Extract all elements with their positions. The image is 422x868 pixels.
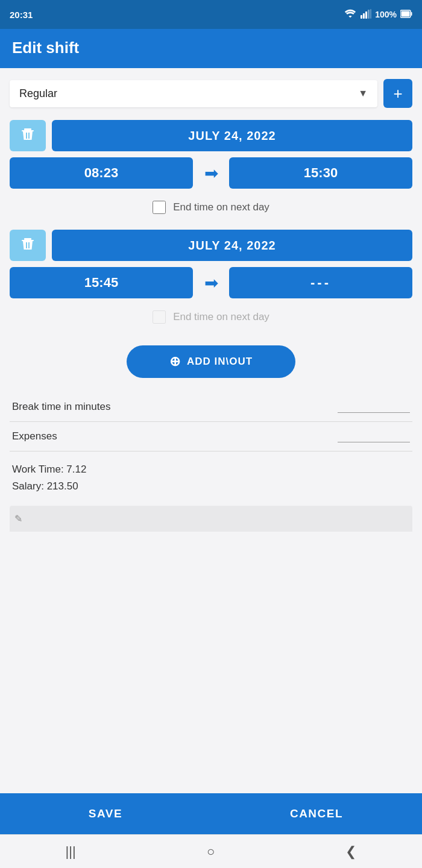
notes-placeholder: ✎ [14,514,22,524]
break-time-label: Break time in minutes [12,401,110,413]
time-row-2: 15:45 ➡ --- [10,267,412,298]
svg-rect-2 [365,11,367,19]
add-shift-type-button[interactable]: + [383,79,412,108]
date-row-1: JULY 24, 2022 [10,120,412,151]
svg-rect-3 [368,10,370,19]
plus-circle-icon: ⊕ [169,354,181,370]
break-time-row: Break time in minutes [10,392,412,422]
trash-icon-1 [20,126,36,145]
notes-section: ✎ [10,506,412,532]
date-row-2: JULY 24, 2022 [10,230,412,261]
end-time-label-1: 15:30 [304,165,338,181]
add-inout-button[interactable]: ⊕ ADD IN\OUT [127,345,295,378]
expenses-row: Expenses [10,422,412,451]
shift-block-2: JULY 24, 2022 15:45 ➡ --- End time on ne… [10,230,412,329]
nav-menu-icon[interactable]: ||| [66,844,76,860]
expenses-input[interactable] [338,431,410,442]
trash-icon-2 [20,236,36,255]
battery-percentage: 100% [375,10,397,19]
arrow-icon-2: ➡ [199,273,223,293]
nav-home-icon[interactable]: ○ [207,844,215,860]
end-time-button-2[interactable]: --- [229,267,412,298]
end-next-day-label-1: End time on next day [173,201,269,213]
date-label-1: JULY 24, 2022 [188,129,276,143]
end-time-button-1[interactable]: 15:30 [229,157,412,189]
status-bar: 20:31 100% [0,0,422,29]
end-time-label-2: --- [310,275,331,291]
delete-shift-1-button[interactable] [10,120,46,151]
nav-back-icon[interactable]: ❮ [345,844,356,860]
time-row-1: 08:23 ➡ 15:30 [10,157,412,189]
svg-rect-0 [361,15,362,19]
status-time: 20:31 [10,10,33,20]
end-next-day-row-2: End time on next day [10,306,412,329]
end-next-day-checkbox-2[interactable] [153,310,166,324]
start-time-button-2[interactable]: 15:45 [10,267,193,298]
delete-shift-2-button[interactable] [10,230,46,261]
start-time-label-1: 08:23 [84,165,118,181]
add-inout-container: ⊕ ADD IN\OUT [10,339,412,392]
svg-rect-1 [363,13,365,19]
end-next-day-row-1: End time on next day [10,196,412,219]
svg-rect-10 [24,238,31,240]
signal-icon [361,9,371,20]
shift-type-row: Regular ▼ + [10,79,412,108]
nav-bar: ||| ○ ❮ [0,834,422,868]
start-time-button-1[interactable]: 08:23 [10,157,193,189]
dropdown-arrow-icon: ▼ [358,88,368,99]
break-time-input[interactable] [338,401,410,413]
shift-block-1: JULY 24, 2022 08:23 ➡ 15:30 End time on … [10,120,412,219]
work-time-row: Work Time: 7.12 [12,461,410,478]
wifi-icon [344,9,357,20]
app-header: Edit shift [0,29,422,68]
add-inout-label: ADD IN\OUT [187,356,253,368]
shift-type-select[interactable]: Regular ▼ [10,80,377,107]
page-title: Edit shift [12,39,410,57]
cancel-button[interactable]: CANCEL [211,793,422,834]
save-button[interactable]: SAVE [0,793,211,834]
end-next-day-checkbox-1[interactable] [153,201,166,214]
svg-rect-4 [370,9,371,19]
expenses-label: Expenses [12,430,57,442]
svg-rect-9 [22,130,34,131]
status-icons: 100% [344,9,412,20]
date-button-1[interactable]: JULY 24, 2022 [52,120,412,151]
start-time-label-2: 15:45 [84,275,118,291]
svg-rect-11 [22,240,34,241]
salary-row: Salary: 213.50 [12,478,410,495]
bottom-buttons: SAVE CANCEL [0,793,422,834]
main-content: Regular ▼ + JULY 24, 2022 08:2 [0,68,422,793]
date-label-2: JULY 24, 2022 [188,239,276,253]
end-next-day-label-2: End time on next day [173,311,269,323]
arrow-icon-1: ➡ [199,163,223,183]
shift-type-label: Regular [19,87,57,100]
svg-rect-7 [402,11,410,16]
info-section: Work Time: 7.12 Salary: 213.50 [10,451,412,500]
svg-rect-6 [411,12,412,16]
battery-icon [400,10,412,20]
svg-rect-8 [24,128,31,130]
date-button-2[interactable]: JULY 24, 2022 [52,230,412,261]
